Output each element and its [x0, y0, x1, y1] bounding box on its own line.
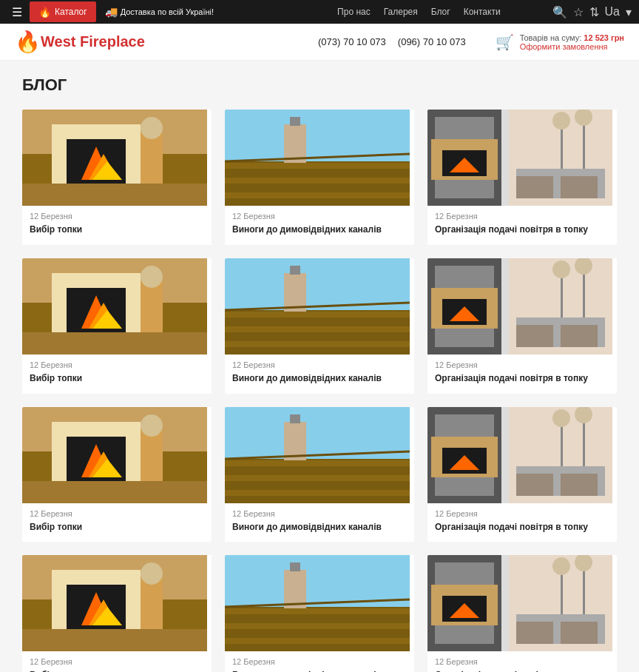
svg-rect-77 [22, 481, 207, 503]
logo-text: West Fireplace [41, 33, 145, 50]
blog-card[interactable]: 12 Березня Виноги до димовідвідних канал… [225, 110, 414, 245]
language-selector[interactable]: Ua [605, 5, 620, 19]
svg-rect-41 [141, 280, 163, 332]
blog-thumb [427, 258, 617, 355]
page-title: БЛОГ [22, 75, 617, 95]
blog-thumb [22, 407, 212, 503]
blog-card-body: 12 Березня Виноги до димовідвідних канал… [225, 651, 414, 672]
blog-card[interactable]: 12 Березня Організація подачі повітря в … [427, 110, 617, 245]
fire-icon: 🔥 [38, 6, 51, 18]
svg-rect-60 [561, 325, 598, 347]
blog-date: 12 Березня [30, 509, 204, 518]
phone-numbers: (073) 70 10 073 (096) 70 10 073 [318, 36, 466, 47]
blog-date: 12 Березня [435, 212, 609, 221]
nav-links: 🚚 Доставка по всій Україні! [105, 6, 322, 18]
blog-thumb [225, 258, 414, 355]
blog-card-body: 12 Березня Виноги до димовідвідних канал… [225, 355, 414, 394]
svg-rect-47 [290, 266, 300, 275]
svg-rect-118 [225, 616, 410, 622]
blog-card-body: 12 Березня Виноги до димовідвідних канал… [225, 503, 414, 542]
svg-rect-18 [225, 185, 410, 191]
compare-icon[interactable]: ⇅ [589, 5, 599, 19]
site-header: 🔥 West Fireplace (073) 70 10 073 (096) 7… [0, 24, 639, 61]
blog-card-body: 12 Березня Вибір топки [22, 206, 212, 245]
blog-thumb [427, 110, 617, 206]
delivery-link[interactable]: 🚚 Доставка по всій Україні! [105, 6, 214, 18]
svg-rect-99 [583, 418, 585, 466]
svg-point-76 [141, 414, 163, 437]
logo-w: W [41, 33, 55, 50]
blog-card[interactable]: 12 Березня Вибір топки [22, 407, 212, 542]
blog-card-body: 12 Березня Організація подачі повітря в … [427, 206, 617, 245]
blog-card[interactable]: 12 Березня Вибір топки [22, 555, 212, 672]
blog-thumb [225, 407, 414, 503]
svg-rect-53 [225, 341, 410, 347]
svg-rect-52 [225, 334, 410, 340]
svg-rect-128 [561, 622, 598, 644]
blog-title: Організація подачі повітря в топку [435, 224, 609, 236]
svg-rect-83 [225, 460, 410, 466]
blog-title: Виноги до димовідвідних каналів [232, 669, 407, 672]
svg-point-32 [552, 112, 570, 130]
blog-title: Організація подачі повітря в топку [435, 372, 609, 385]
svg-rect-117 [225, 608, 410, 614]
svg-rect-85 [225, 475, 410, 481]
svg-rect-17 [225, 178, 410, 184]
blog-card[interactable]: 12 Березня Виноги до димовідвідних канал… [225, 407, 414, 542]
search-icon[interactable]: 🔍 [552, 5, 567, 19]
svg-rect-25 [516, 176, 553, 198]
svg-rect-111 [22, 629, 207, 651]
svg-rect-50 [225, 319, 410, 325]
blog-date: 12 Березня [232, 657, 407, 666]
blog-date: 12 Березня [232, 212, 407, 221]
nav-gallery[interactable]: Галерея [378, 7, 424, 17]
svg-point-100 [552, 409, 570, 427]
blog-title: Організація подачі повітря в топку [435, 669, 609, 672]
blog-thumb [427, 555, 617, 651]
blog-date: 12 Березня [232, 509, 407, 518]
top-navigation: ☰ 🔥 Каталог 🚚 Доставка по всій Україні! … [0, 0, 639, 24]
blog-card[interactable]: 12 Березня Вибір топки [22, 258, 212, 394]
svg-rect-15 [225, 163, 410, 169]
blog-title: Виноги до димовідвідних каналів [232, 224, 407, 236]
cart-info: Товарів на суму: 12 523 грн Оформити зам… [520, 33, 624, 51]
main-nav-links: Про нас Галерея Блог Контакти [331, 7, 549, 17]
blog-card[interactable]: 12 Березня Виноги до димовідвідних канал… [225, 258, 414, 394]
svg-rect-65 [583, 269, 585, 317]
wishlist-icon[interactable]: ☆ [573, 5, 584, 19]
cart-amount: 12 523 грн [584, 33, 624, 42]
nav-blog[interactable]: Блог [425, 7, 456, 17]
blog-thumb [22, 110, 212, 206]
svg-rect-119 [225, 623, 410, 629]
catalog-button[interactable]: 🔥 Каталог [30, 1, 96, 22]
blog-card[interactable]: 12 Березня Організація подачі повітря в … [427, 407, 617, 542]
svg-rect-127 [516, 622, 553, 644]
svg-rect-81 [290, 414, 300, 423]
blog-card[interactable]: 12 Березня Організація подачі повітря в … [427, 258, 617, 394]
svg-rect-121 [225, 638, 410, 644]
blog-date: 12 Березня [435, 360, 609, 369]
blog-card[interactable]: 12 Березня Виноги до димовідвідних канал… [225, 555, 414, 672]
blog-card[interactable]: 12 Березня Організація подачі повітря в … [427, 555, 617, 672]
phone1[interactable]: (073) 70 10 073 [318, 36, 386, 47]
blog-thumb [22, 555, 212, 651]
phone2[interactable]: (096) 70 10 073 [398, 36, 466, 47]
blog-card-body: 12 Березня Вибір топки [22, 355, 212, 394]
svg-rect-19 [225, 192, 410, 198]
cart-icon[interactable]: 🛒 [496, 33, 514, 51]
truck-icon: 🚚 [105, 6, 118, 18]
nav-about[interactable]: Про нас [331, 7, 376, 17]
blog-thumb [225, 110, 414, 206]
blog-date: 12 Березня [232, 360, 407, 369]
cart-order-link[interactable]: Оформити замовлення [520, 42, 624, 51]
svg-rect-109 [141, 577, 163, 629]
svg-rect-132 [561, 570, 563, 614]
blog-thumb [427, 407, 617, 503]
site-logo[interactable]: 🔥 West Fireplace [15, 30, 145, 54]
svg-rect-133 [583, 566, 585, 614]
blog-card-body: 12 Березня Вибір топки [22, 651, 212, 672]
blog-card[interactable]: 12 Березня Вибір топки [22, 110, 212, 245]
svg-rect-31 [583, 121, 585, 169]
menu-icon[interactable]: ☰ [7, 5, 27, 19]
nav-contacts[interactable]: Контакти [458, 7, 507, 17]
